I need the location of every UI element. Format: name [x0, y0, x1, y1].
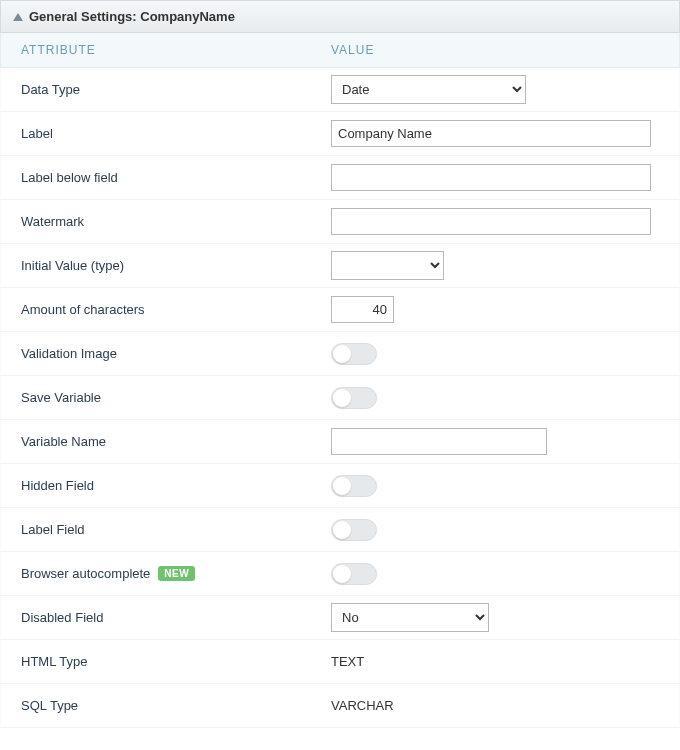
column-header-attribute: ATTRIBUTE: [1, 43, 331, 57]
row-hidden-field: Hidden Field: [0, 464, 680, 508]
amount-chars-input[interactable]: [331, 296, 394, 323]
label-initial-value-type: Initial Value (type): [1, 258, 331, 273]
browser-autocomplete-toggle[interactable]: [331, 563, 377, 585]
hidden-field-toggle[interactable]: [331, 475, 377, 497]
new-badge: NEW: [158, 566, 195, 581]
label-sql-type: SQL Type: [1, 698, 331, 713]
html-type-value: TEXT: [331, 654, 364, 669]
label-field-toggle[interactable]: [331, 519, 377, 541]
label-html-type: HTML Type: [1, 654, 331, 669]
panel-title: General Settings: CompanyName: [29, 9, 235, 24]
row-amount-of-characters: Amount of characters: [0, 288, 680, 332]
label-input[interactable]: [331, 120, 651, 147]
label-label-below: Label below field: [1, 170, 331, 185]
row-variable-name: Variable Name: [0, 420, 680, 464]
label-validation-image: Validation Image: [1, 346, 331, 361]
label-label: Label: [1, 126, 331, 141]
row-html-type: HTML Type TEXT: [0, 640, 680, 684]
row-save-variable: Save Variable: [0, 376, 680, 420]
label-amount-chars: Amount of characters: [1, 302, 331, 317]
label-variable-name: Variable Name: [1, 434, 331, 449]
column-header-value: VALUE: [331, 43, 374, 57]
label-save-variable: Save Variable: [1, 390, 331, 405]
row-data-type: Data Type Date: [0, 68, 680, 112]
disabled-field-select[interactable]: No: [331, 603, 489, 632]
label-hidden-field: Hidden Field: [1, 478, 331, 493]
sql-type-value: VARCHAR: [331, 698, 394, 713]
row-watermark: Watermark: [0, 200, 680, 244]
label-label-field: Label Field: [1, 522, 331, 537]
initial-value-type-select[interactable]: [331, 251, 444, 280]
row-validation-image: Validation Image: [0, 332, 680, 376]
data-type-select[interactable]: Date: [331, 75, 526, 104]
row-sql-type: SQL Type VARCHAR: [0, 684, 680, 728]
panel-header[interactable]: General Settings: CompanyName: [0, 0, 680, 33]
label-data-type: Data Type: [1, 82, 331, 97]
row-initial-value-type: Initial Value (type): [0, 244, 680, 288]
label-disabled-field: Disabled Field: [1, 610, 331, 625]
label-watermark: Watermark: [1, 214, 331, 229]
validation-image-toggle[interactable]: [331, 343, 377, 365]
label-below-input[interactable]: [331, 164, 651, 191]
column-headers: ATTRIBUTE VALUE: [0, 33, 680, 68]
collapse-triangle-icon[interactable]: [13, 13, 23, 21]
variable-name-input[interactable]: [331, 428, 547, 455]
row-label-below-field: Label below field: [0, 156, 680, 200]
row-label-field: Label Field: [0, 508, 680, 552]
row-label: Label: [0, 112, 680, 156]
watermark-input[interactable]: [331, 208, 651, 235]
row-browser-autocomplete: Browser autocomplete NEW: [0, 552, 680, 596]
save-variable-toggle[interactable]: [331, 387, 377, 409]
label-browser-autocomplete: Browser autocomplete NEW: [1, 566, 331, 581]
row-disabled-field: Disabled Field No: [0, 596, 680, 640]
